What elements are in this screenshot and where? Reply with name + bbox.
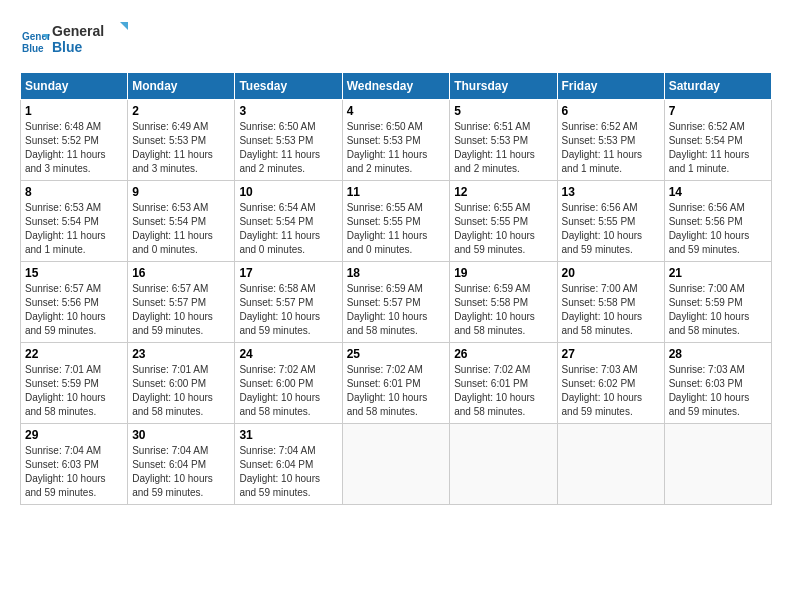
calendar-cell: 24Sunrise: 7:02 AMSunset: 6:00 PMDayligh… — [235, 343, 342, 424]
day-info: Sunrise: 6:51 AMSunset: 5:53 PMDaylight:… — [454, 120, 552, 176]
calendar-cell — [664, 424, 771, 505]
logo-icon: General Blue — [20, 26, 50, 56]
logo-svg: General Blue — [52, 20, 132, 58]
day-number: 19 — [454, 266, 552, 280]
calendar-cell — [557, 424, 664, 505]
day-number: 25 — [347, 347, 446, 361]
day-info: Sunrise: 7:01 AMSunset: 5:59 PMDaylight:… — [25, 363, 123, 419]
calendar-week-row: 22Sunrise: 7:01 AMSunset: 5:59 PMDayligh… — [21, 343, 772, 424]
calendar-week-row: 8Sunrise: 6:53 AMSunset: 5:54 PMDaylight… — [21, 181, 772, 262]
day-info: Sunrise: 6:48 AMSunset: 5:52 PMDaylight:… — [25, 120, 123, 176]
day-info: Sunrise: 6:49 AMSunset: 5:53 PMDaylight:… — [132, 120, 230, 176]
calendar-cell: 30Sunrise: 7:04 AMSunset: 6:04 PMDayligh… — [128, 424, 235, 505]
calendar-cell: 31Sunrise: 7:04 AMSunset: 6:04 PMDayligh… — [235, 424, 342, 505]
day-info: Sunrise: 6:50 AMSunset: 5:53 PMDaylight:… — [239, 120, 337, 176]
day-info: Sunrise: 6:56 AMSunset: 5:55 PMDaylight:… — [562, 201, 660, 257]
day-number: 12 — [454, 185, 552, 199]
weekday-header: Tuesday — [235, 73, 342, 100]
day-number: 24 — [239, 347, 337, 361]
day-info: Sunrise: 7:00 AMSunset: 5:58 PMDaylight:… — [562, 282, 660, 338]
day-info: Sunrise: 6:53 AMSunset: 5:54 PMDaylight:… — [132, 201, 230, 257]
day-number: 28 — [669, 347, 767, 361]
calendar-table: SundayMondayTuesdayWednesdayThursdayFrid… — [20, 72, 772, 505]
calendar-cell: 28Sunrise: 7:03 AMSunset: 6:03 PMDayligh… — [664, 343, 771, 424]
calendar-header-row: SundayMondayTuesdayWednesdayThursdayFrid… — [21, 73, 772, 100]
calendar-week-row: 15Sunrise: 6:57 AMSunset: 5:56 PMDayligh… — [21, 262, 772, 343]
calendar-cell: 3Sunrise: 6:50 AMSunset: 5:53 PMDaylight… — [235, 100, 342, 181]
weekday-header: Thursday — [450, 73, 557, 100]
calendar-cell: 1Sunrise: 6:48 AMSunset: 5:52 PMDaylight… — [21, 100, 128, 181]
day-number: 30 — [132, 428, 230, 442]
svg-text:Blue: Blue — [52, 39, 83, 55]
day-info: Sunrise: 7:04 AMSunset: 6:03 PMDaylight:… — [25, 444, 123, 500]
calendar-cell: 17Sunrise: 6:58 AMSunset: 5:57 PMDayligh… — [235, 262, 342, 343]
day-number: 7 — [669, 104, 767, 118]
calendar-cell: 20Sunrise: 7:00 AMSunset: 5:58 PMDayligh… — [557, 262, 664, 343]
weekday-header: Wednesday — [342, 73, 450, 100]
calendar-cell: 26Sunrise: 7:02 AMSunset: 6:01 PMDayligh… — [450, 343, 557, 424]
day-number: 5 — [454, 104, 552, 118]
calendar-cell: 4Sunrise: 6:50 AMSunset: 5:53 PMDaylight… — [342, 100, 450, 181]
day-number: 6 — [562, 104, 660, 118]
day-number: 20 — [562, 266, 660, 280]
day-number: 10 — [239, 185, 337, 199]
calendar-cell: 29Sunrise: 7:04 AMSunset: 6:03 PMDayligh… — [21, 424, 128, 505]
calendar-week-row: 1Sunrise: 6:48 AMSunset: 5:52 PMDaylight… — [21, 100, 772, 181]
day-info: Sunrise: 6:59 AMSunset: 5:58 PMDaylight:… — [454, 282, 552, 338]
day-number: 14 — [669, 185, 767, 199]
day-info: Sunrise: 7:02 AMSunset: 6:01 PMDaylight:… — [454, 363, 552, 419]
svg-text:General: General — [52, 23, 104, 39]
day-info: Sunrise: 7:03 AMSunset: 6:02 PMDaylight:… — [562, 363, 660, 419]
day-info: Sunrise: 6:57 AMSunset: 5:57 PMDaylight:… — [132, 282, 230, 338]
day-number: 27 — [562, 347, 660, 361]
day-info: Sunrise: 7:02 AMSunset: 6:01 PMDaylight:… — [347, 363, 446, 419]
calendar-cell: 21Sunrise: 7:00 AMSunset: 5:59 PMDayligh… — [664, 262, 771, 343]
day-number: 31 — [239, 428, 337, 442]
calendar-cell: 15Sunrise: 6:57 AMSunset: 5:56 PMDayligh… — [21, 262, 128, 343]
day-number: 22 — [25, 347, 123, 361]
weekday-header: Friday — [557, 73, 664, 100]
calendar-week-row: 29Sunrise: 7:04 AMSunset: 6:03 PMDayligh… — [21, 424, 772, 505]
day-info: Sunrise: 7:03 AMSunset: 6:03 PMDaylight:… — [669, 363, 767, 419]
calendar-cell: 9Sunrise: 6:53 AMSunset: 5:54 PMDaylight… — [128, 181, 235, 262]
day-info: Sunrise: 6:54 AMSunset: 5:54 PMDaylight:… — [239, 201, 337, 257]
day-info: Sunrise: 6:59 AMSunset: 5:57 PMDaylight:… — [347, 282, 446, 338]
calendar-cell: 14Sunrise: 6:56 AMSunset: 5:56 PMDayligh… — [664, 181, 771, 262]
calendar-cell: 18Sunrise: 6:59 AMSunset: 5:57 PMDayligh… — [342, 262, 450, 343]
calendar-cell: 19Sunrise: 6:59 AMSunset: 5:58 PMDayligh… — [450, 262, 557, 343]
day-number: 4 — [347, 104, 446, 118]
day-info: Sunrise: 6:56 AMSunset: 5:56 PMDaylight:… — [669, 201, 767, 257]
logo: General Blue General Blue — [20, 20, 132, 62]
calendar-cell: 8Sunrise: 6:53 AMSunset: 5:54 PMDaylight… — [21, 181, 128, 262]
calendar-cell: 16Sunrise: 6:57 AMSunset: 5:57 PMDayligh… — [128, 262, 235, 343]
weekday-header: Saturday — [664, 73, 771, 100]
day-number: 2 — [132, 104, 230, 118]
svg-text:Blue: Blue — [22, 43, 44, 54]
day-info: Sunrise: 6:57 AMSunset: 5:56 PMDaylight:… — [25, 282, 123, 338]
day-info: Sunrise: 6:52 AMSunset: 5:53 PMDaylight:… — [562, 120, 660, 176]
day-info: Sunrise: 7:02 AMSunset: 6:00 PMDaylight:… — [239, 363, 337, 419]
calendar-cell: 22Sunrise: 7:01 AMSunset: 5:59 PMDayligh… — [21, 343, 128, 424]
day-number: 8 — [25, 185, 123, 199]
calendar-cell: 25Sunrise: 7:02 AMSunset: 6:01 PMDayligh… — [342, 343, 450, 424]
calendar-cell: 23Sunrise: 7:01 AMSunset: 6:00 PMDayligh… — [128, 343, 235, 424]
calendar-cell: 10Sunrise: 6:54 AMSunset: 5:54 PMDayligh… — [235, 181, 342, 262]
day-number: 21 — [669, 266, 767, 280]
day-number: 13 — [562, 185, 660, 199]
calendar-cell — [342, 424, 450, 505]
day-info: Sunrise: 6:52 AMSunset: 5:54 PMDaylight:… — [669, 120, 767, 176]
weekday-header: Monday — [128, 73, 235, 100]
day-number: 26 — [454, 347, 552, 361]
calendar-cell: 27Sunrise: 7:03 AMSunset: 6:02 PMDayligh… — [557, 343, 664, 424]
calendar-cell: 13Sunrise: 6:56 AMSunset: 5:55 PMDayligh… — [557, 181, 664, 262]
day-number: 17 — [239, 266, 337, 280]
day-number: 11 — [347, 185, 446, 199]
day-info: Sunrise: 6:53 AMSunset: 5:54 PMDaylight:… — [25, 201, 123, 257]
day-info: Sunrise: 7:00 AMSunset: 5:59 PMDaylight:… — [669, 282, 767, 338]
day-info: Sunrise: 6:50 AMSunset: 5:53 PMDaylight:… — [347, 120, 446, 176]
day-info: Sunrise: 7:01 AMSunset: 6:00 PMDaylight:… — [132, 363, 230, 419]
page-header: General Blue General Blue — [20, 20, 772, 62]
day-number: 3 — [239, 104, 337, 118]
day-number: 15 — [25, 266, 123, 280]
day-number: 18 — [347, 266, 446, 280]
